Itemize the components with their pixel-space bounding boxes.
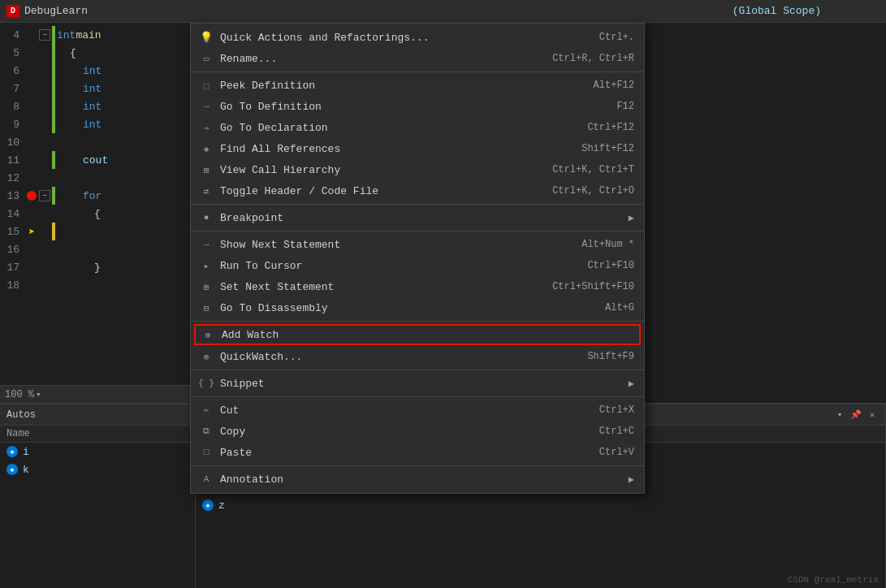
line-gutter [24,191,39,201]
menu-label: Snippet [220,378,629,390]
line-number: 4 [0,29,24,41]
menu-label: Copy [220,426,583,438]
code-line-13: 13−for [0,187,195,205]
context-menu: 💡Quick Actions and Refactorings...Ctrl+.… [190,23,645,494]
goto-icon: → [197,97,215,115]
line-number: 17 [0,262,24,274]
autos-header: Autos [0,404,195,426]
menu-item-goto-decl[interactable]: ⇒Go To DeclarationCtrl+F12 [191,117,644,138]
menu-item-run-cursor[interactable]: ▸Run To CursorCtrl+F10 [191,255,644,276]
pin-down-icon[interactable]: ▾ [833,409,846,422]
autos-rows: ◈ i ◈ k [0,443,195,478]
line-number: 7 [0,83,24,95]
menu-separator [191,321,644,322]
change-bar-green [52,115,55,133]
line-number: 18 [0,279,24,292]
line-number: 15 [0,226,24,238]
locals-row[interactable]: ◈ z [196,496,885,514]
watermark: CSDN @real_metrix [788,575,879,585]
menu-shortcut: Shift+F9 [587,351,634,362]
menu-item-annotation[interactable]: AAnnotation▶ [191,469,644,490]
snippet-icon: { } [197,374,215,392]
gotoDecl-icon: ⇒ [197,119,215,136]
menu-item-toggle-header[interactable]: ⇄Toggle Header / Code FileCtrl+K, Ctrl+O [191,180,644,201]
submenu-arrow-icon: ▶ [629,212,634,224]
menu-item-snippet[interactable]: { }Snippet▶ [191,373,644,394]
menu-shortcut: Alt+G [605,302,634,313]
panel-controls: ▾ 📌 ✕ [833,409,879,422]
menu-label: Show Next Statement [220,239,565,251]
collapse-button[interactable]: − [39,190,50,201]
menu-item-breakpoint[interactable]: ●Breakpoint▶ [191,207,644,228]
autos-row[interactable]: ◈ i [0,443,195,460]
variable-icon: ◈ [6,464,18,475]
cut-icon: ✂ [197,401,215,419]
menu-item-goto-def[interactable]: →Go To DefinitionF12 [191,96,644,117]
lightbulb-icon: 💡 [197,28,215,46]
breakpoint-dot[interactable] [27,191,37,201]
menu-item-set-next[interactable]: ⊞Set Next StatementCtrl+Shift+F10 [191,276,644,297]
close-icon[interactable]: ✕ [866,409,879,422]
menu-shortcut: Ctrl+V [599,447,634,458]
line-number: 8 [0,101,24,113]
menu-item-add-watch[interactable]: ⊕Add Watch [194,324,641,345]
menu-label: Go To Disassembly [220,302,589,314]
menu-item-call-hier[interactable]: ⊞View Call HierarchyCtrl+K, Ctrl+T [191,159,644,180]
menu-item-rename[interactable]: ▭Rename...Ctrl+R, Ctrl+R [191,48,644,69]
menu-shortcut: Ctrl+F12 [587,122,634,133]
app-title: DebugLearn [24,5,88,17]
runCursor-icon: ▸ [197,257,215,275]
menu-item-paste[interactable]: □PasteCtrl+V [191,442,644,463]
menu-separator [191,231,644,231]
change-bar-green [52,26,55,44]
menu-label: Add Watch [222,329,633,341]
menu-item-copy[interactable]: ⧉CopyCtrl+C [191,421,644,442]
menu-item-find-refs[interactable]: ◈Find All ReferencesShift+F12 [191,138,644,159]
pin-icon[interactable]: 📌 [849,409,862,422]
rename-icon: ▭ [197,50,215,67]
menu-label: Rename... [220,53,536,65]
title-bar: D DebugLearn (Global Scope) [0,0,886,23]
code-token: for [83,190,102,202]
menu-shortcut: Shift+F12 [581,143,634,154]
change-bar-green [52,44,55,62]
code-token: int [83,83,102,95]
line-number: 6 [0,65,24,77]
submenu-arrow-icon: ▶ [629,378,634,390]
menu-separator [191,396,644,397]
zoom-bar: 100 % ▾ [0,385,195,403]
submenu-arrow-icon: ▶ [629,473,634,486]
menu-separator [191,71,644,72]
menu-item-cut[interactable]: ✂CutCtrl+X [191,400,644,421]
menu-shortcut: Ctrl+K, Ctrl+O [552,185,634,197]
peek-icon: ⬚ [197,76,215,94]
menu-item-goto-disasm[interactable]: ⊟Go To DisassemblyAlt+G [191,297,644,318]
variable-icon: ◈ [6,446,18,457]
line-number: 11 [0,154,24,166]
code-token: int [57,29,76,41]
menu-label: Quick Actions and Refactorings... [220,32,583,44]
menu-item-show-next[interactable]: →Show Next StatementAlt+Num * [191,234,644,255]
autos-title: Autos [6,409,36,421]
autos-row[interactable]: ◈ k [0,460,195,478]
menu-item-peek-def[interactable]: ⬚Peek DefinitionAlt+F12 [191,75,644,96]
code-token: { [70,47,76,59]
collapse-button[interactable]: − [39,29,50,41]
code-token: int [83,119,102,131]
line-number: 14 [0,208,24,220]
copy-icon: ⧉ [197,422,215,440]
annotation-icon: A [197,470,215,488]
menu-shortcut: Ctrl+F10 [587,260,634,271]
menu-label: Set Next Statement [220,281,536,293]
menu-item-quick-actions[interactable]: 💡Quick Actions and Refactorings...Ctrl+. [191,27,644,48]
autos-col-name: Name [6,428,30,439]
variable-name: z [218,499,225,512]
watch-icon: ⊕ [199,326,217,344]
change-bar-green [52,80,55,97]
line-number: 16 [0,244,24,256]
line-number: 13 [0,190,24,202]
menu-item-quick-watch[interactable]: ⊕QuickWatch...Shift+F9 [191,346,644,367]
line-number: 10 [0,136,24,149]
code-line-8: 8int [0,97,195,115]
variable-name: k [23,464,29,476]
